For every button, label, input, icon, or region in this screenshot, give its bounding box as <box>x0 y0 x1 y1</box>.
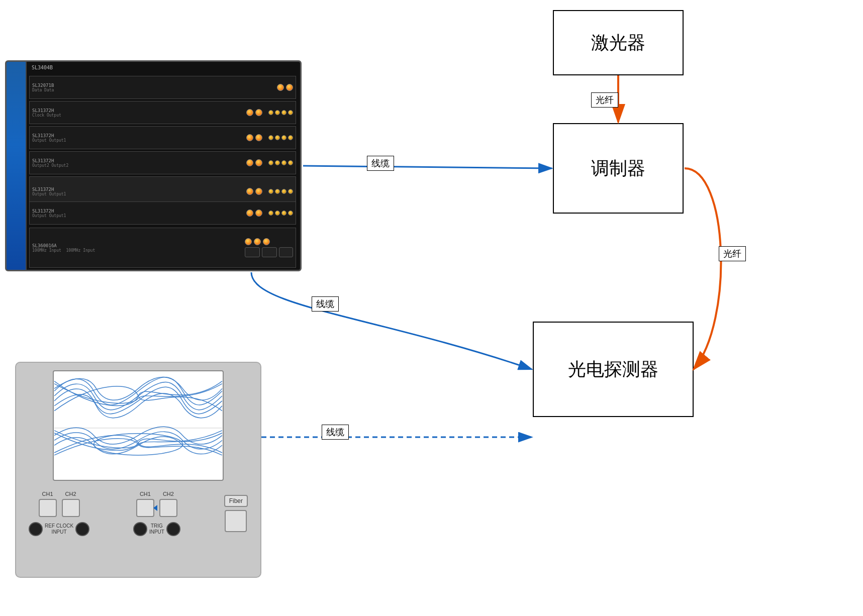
detector-box: 光电探测器 <box>533 322 694 417</box>
ref-clock-group: CH1 CH2 REF CLOCKINPUT <box>29 491 89 536</box>
scope-screen <box>53 370 224 481</box>
detector-label: 光电探测器 <box>568 357 658 382</box>
oscilloscope: CH1 CH2 REF CLOCKINPUT CH1 <box>15 362 261 578</box>
fiber-label-2: 光纤 <box>719 246 746 261</box>
cable-label-2: 线缆 <box>312 296 339 312</box>
trig-input-group: CH1 CH2 TRIGINPUT <box>133 491 180 536</box>
modulator-box: 调制器 <box>553 123 684 214</box>
laser-box: 激光器 <box>553 10 684 75</box>
fiber-btn-group: Fiber <box>224 495 248 532</box>
modulator-label: 调制器 <box>591 156 645 181</box>
fiber-label-1: 光纤 <box>591 92 618 108</box>
svg-line-6 <box>303 166 552 168</box>
equipment-rack: SL3404B SL32071B Data Data SL31372H Cloc… <box>5 60 302 271</box>
cable-label-1: 线缆 <box>367 156 394 171</box>
laser-label: 激光器 <box>591 31 645 55</box>
cable-label-3: 线缆 <box>322 425 349 440</box>
